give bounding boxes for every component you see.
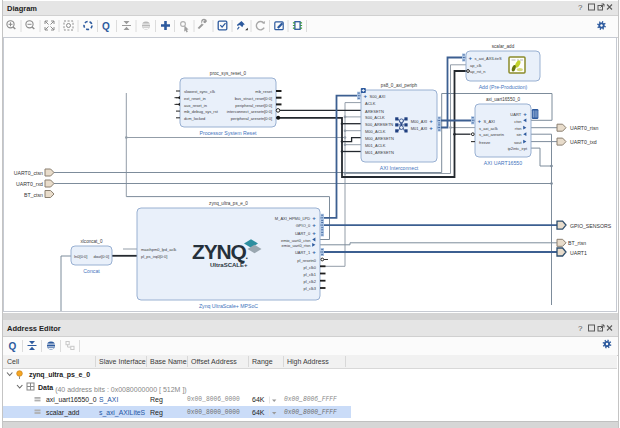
- svg-text:UltraSCALE+: UltraSCALE+: [210, 262, 248, 268]
- svg-text:Q: Q: [9, 341, 17, 352]
- svg-text:zynq_ultra_ps_e_0: zynq_ultra_ps_e_0: [209, 201, 248, 206]
- svg-text:freeze: freeze: [479, 140, 491, 145]
- svg-text:+: +: [312, 230, 316, 236]
- svg-text:+: +: [478, 118, 482, 124]
- svg-text:Processor System Reset: Processor System Reset: [199, 130, 257, 136]
- svg-text:ARESETN: ARESETN: [365, 109, 384, 114]
- svg-text:UART1: UART1: [570, 250, 587, 256]
- svg-text:interconnect_aresetn[0:0]: interconnect_aresetn[0:0]: [227, 109, 272, 114]
- svg-text:peripheral_aresetn[0:0]: peripheral_aresetn[0:0]: [231, 116, 272, 121]
- svg-text:aux_reset_in: aux_reset_in: [184, 103, 207, 108]
- svg-text:UART_1: UART_1: [295, 250, 311, 255]
- svg-text:pl_clk0: pl_clk0: [304, 265, 317, 270]
- svg-text:emio_uart0_ctsn: emio_uart0_ctsn: [281, 238, 311, 243]
- svg-text:+: +: [364, 93, 368, 99]
- svg-text:+: +: [312, 222, 316, 228]
- svg-text:ap_clk: ap_clk: [470, 63, 482, 68]
- svg-text:+: +: [429, 118, 433, 124]
- svg-text:Zynq UltraScale+ MPSoC: Zynq UltraScale+ MPSoC: [199, 303, 258, 309]
- svg-text:ext_reset_in: ext_reset_in: [184, 96, 206, 101]
- svg-text:Concat: Concat: [83, 268, 100, 274]
- svg-text:In0[0:0]: In0[0:0]: [74, 254, 87, 259]
- svg-text:pl_resetn0: pl_resetn0: [297, 258, 316, 263]
- svg-text:UART0_ctsn: UART0_ctsn: [14, 170, 43, 176]
- svg-text:ap_rst_n: ap_rst_n: [470, 69, 486, 74]
- svg-text:mb_debug_sys_rst: mb_debug_sys_rst: [184, 109, 219, 114]
- svg-text:peripheral_reset[0:0]: peripheral_reset[0:0]: [235, 103, 272, 108]
- svg-text:UART0_rtsn: UART0_rtsn: [570, 125, 599, 131]
- svg-text:Q: Q: [102, 21, 110, 32]
- svg-text:proc_sys_reset_0: proc_sys_reset_0: [210, 71, 247, 76]
- svg-text:UART0_rxd: UART0_rxd: [16, 181, 43, 187]
- svg-text:s_axi_AXILiteS: s_axi_AXILiteS: [475, 56, 502, 61]
- svg-text:xlconcat_0: xlconcat_0: [81, 239, 103, 244]
- svg-text:UART_0: UART_0: [295, 231, 311, 236]
- svg-text:ip2intc_irpt: ip2intc_irpt: [508, 146, 528, 151]
- svg-text:GPIO_0: GPIO_0: [296, 223, 311, 228]
- svg-text:sin: sin: [516, 132, 521, 137]
- svg-text:M00_ACLK: M00_ACLK: [365, 129, 386, 134]
- svg-text:UART: UART: [510, 112, 521, 117]
- svg-text:BT_rtsn: BT_rtsn: [568, 240, 586, 246]
- svg-text:pl_ps_irq0[0:0]: pl_ps_irq0[0:0]: [141, 254, 167, 259]
- svg-text:S_AXI: S_AXI: [484, 119, 495, 124]
- svg-text:dcm_locked: dcm_locked: [184, 116, 205, 121]
- svg-text:+: +: [469, 55, 473, 61]
- svg-text:ctsn: ctsn: [514, 119, 521, 124]
- svg-text:S00_ARESETN: S00_ARESETN: [365, 122, 393, 127]
- svg-text:ZYNQ.: ZYNQ.: [192, 240, 248, 263]
- svg-text:rtsn: rtsn: [515, 126, 522, 131]
- svg-text:BT_ctsn: BT_ctsn: [24, 192, 43, 198]
- svg-text:maxihpm0_lpd_aclk: maxihpm0_lpd_aclk: [141, 247, 176, 252]
- svg-text:S00_AXI: S00_AXI: [370, 94, 386, 99]
- svg-text:axi_uart16550_0: axi_uart16550_0: [486, 97, 521, 102]
- svg-text:slowest_sync_clk: slowest_sync_clk: [184, 89, 215, 94]
- svg-text:M01_ARESETN: M01_ARESETN: [365, 150, 394, 155]
- svg-text:S00_ACLK: S00_ACLK: [365, 115, 385, 120]
- svg-text:?: ?: [578, 324, 583, 333]
- svg-text:M01_ACLK: M01_ACLK: [365, 143, 386, 148]
- svg-text:+: +: [429, 125, 433, 131]
- svg-text:sout: sout: [514, 140, 522, 145]
- svg-text:pl_clk2: pl_clk2: [304, 279, 317, 284]
- svg-text:M01_AXI: M01_AXI: [411, 126, 427, 131]
- svg-text:s_axi_aclk: s_axi_aclk: [479, 126, 498, 131]
- svg-text:emio_uart0_rtsn: emio_uart0_rtsn: [282, 243, 311, 248]
- svg-text:+: +: [523, 111, 527, 117]
- svg-text:AXI Interconnect: AXI Interconnect: [380, 165, 419, 171]
- svg-text:M_AXI_HPM0_LPD: M_AXI_HPM0_LPD: [275, 216, 310, 221]
- svg-text:AXI UART16550: AXI UART16550: [484, 160, 522, 166]
- svg-text:UART0_txd: UART0_txd: [570, 139, 597, 145]
- svg-text:GPIO_SENSORS: GPIO_SENSORS: [570, 223, 612, 229]
- svg-text:?: ?: [578, 3, 583, 12]
- svg-text:+: +: [312, 249, 316, 255]
- svg-text:mb_reset: mb_reset: [255, 89, 273, 94]
- svg-text:s_axi_aresetn: s_axi_aresetn: [479, 132, 504, 137]
- svg-text:Add (Pre-Production): Add (Pre-Production): [479, 84, 528, 90]
- svg-text:M00_AXI: M00_AXI: [411, 119, 427, 124]
- svg-text:+: +: [312, 215, 316, 221]
- svg-text:ACLK: ACLK: [365, 101, 376, 106]
- svg-text:M00_ARESETN: M00_ARESETN: [365, 136, 394, 141]
- svg-text:bus_struct_reset[0:0]: bus_struct_reset[0:0]: [235, 96, 272, 101]
- svg-text:pl_clk3: pl_clk3: [304, 286, 317, 291]
- svg-text:scalar_add: scalar_add: [492, 44, 515, 49]
- svg-text:pl_clk1: pl_clk1: [304, 272, 317, 277]
- svg-text:dout[0:0]: dout[0:0]: [93, 254, 109, 259]
- svg-text:ps8_0_axi_periph: ps8_0_axi_periph: [381, 83, 418, 88]
